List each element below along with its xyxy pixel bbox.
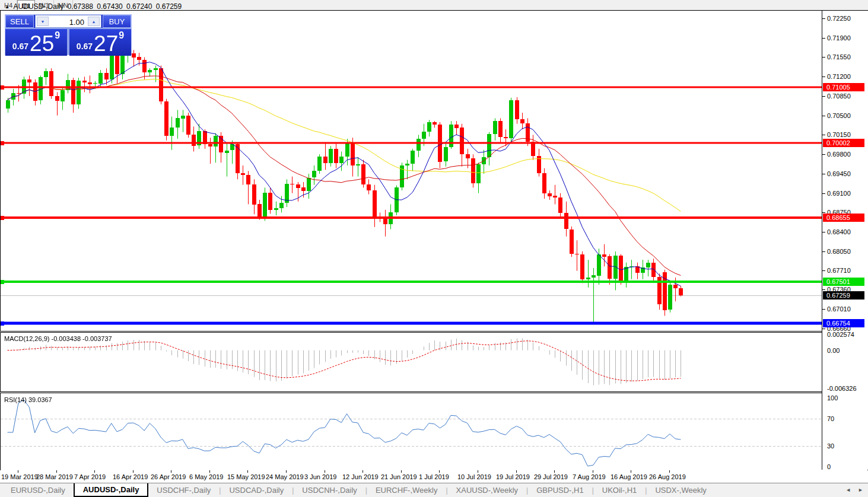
date-label: 16 Apr 2019: [113, 473, 148, 480]
date-label: 29 Jul 2019: [534, 473, 568, 480]
buy-button[interactable]: BUY: [103, 15, 131, 28]
ohlc-high: 0.67430: [97, 2, 122, 11]
date-tick-mark: [631, 470, 631, 473]
volume-input[interactable]: [49, 16, 85, 28]
symbol-tab-gbpusd[interactable]: GBPUSD-,H1: [528, 483, 592, 497]
price-tick-label: 0.70150: [827, 131, 851, 138]
rsi-indicator-chart[interactable]: [1, 393, 822, 470]
symbol-tab-usdcnh[interactable]: USDCNH-,Daily: [294, 483, 365, 497]
date-tick-mark: [363, 470, 363, 473]
sell-price-display[interactable]: 0.67 25 9: [5, 29, 67, 56]
date-label: 15 May 2019: [227, 473, 265, 480]
buy-price-display[interactable]: 0.67 27 9: [69, 29, 131, 56]
ohlc-low: 0.67240: [126, 2, 152, 11]
symbol-tab-ukoil[interactable]: UKOil-,H1: [594, 483, 646, 497]
date-tick-mark: [133, 470, 133, 473]
symbol-tab-eurusd[interactable]: EURUSD-,Daily: [2, 483, 74, 497]
symbol-tab-usdchf[interactable]: USDCHF-,Daily: [148, 483, 219, 497]
price-tick-mark: [822, 77, 825, 77]
macd-axis-label: -0.006326: [827, 385, 857, 392]
rsi-axis-label: 70: [827, 415, 834, 422]
price-level-chip: 0.71005: [823, 83, 864, 91]
price-tick-label: 0.72250: [827, 15, 851, 22]
price-tick-label: 0.69450: [827, 170, 851, 177]
price-tick-mark: [822, 309, 825, 310]
price-tick-label: 0.71900: [827, 34, 851, 42]
price-tick-mark: [822, 174, 825, 174]
price-tick-label: 0.68050: [827, 248, 851, 255]
price-level-chip: 0.70002: [823, 139, 864, 147]
date-label: 1 Jul 2019: [419, 473, 449, 480]
macd-axis-label: 0.00: [827, 347, 840, 354]
date-label: 26 Apr 2019: [151, 473, 186, 480]
volume-increase-icon[interactable]: ▲: [88, 17, 100, 26]
price-level-chip: 0.68655: [823, 214, 864, 222]
price-tick-label: 0.69100: [827, 190, 851, 197]
date-label: 3 Jun 2019: [304, 473, 336, 480]
price-axis: 0.722500.719000.715500.712000.708500.705…: [822, 11, 868, 470]
main-price-chart[interactable]: [1, 11, 822, 331]
symbol-tab-eurchf[interactable]: EURCHF-,Weekly: [367, 483, 446, 497]
date-label: 21 Jun 2019: [381, 473, 417, 480]
price-tick-label: 0.67710: [827, 267, 851, 274]
price-level-chip: 0.67259: [823, 291, 864, 300]
date-tick-mark: [401, 470, 402, 473]
macd-label: MACD(12,26,9) -0.003438 -0.003737: [4, 335, 112, 342]
price-tick-mark: [822, 154, 825, 155]
date-tick-mark: [56, 470, 57, 473]
date-label: 12 Jun 2019: [342, 473, 379, 480]
price-level-chip: 0.66754: [823, 319, 864, 327]
price-tick-label: 0.70500: [827, 112, 851, 119]
symbol-tab-xauusd[interactable]: XAUUSD-,Weekly: [448, 483, 527, 497]
price-tick-mark: [822, 329, 825, 329]
date-tick-mark: [171, 470, 171, 473]
price-tick-mark: [822, 96, 825, 97]
date-label: 7 Apr 2019: [74, 473, 106, 480]
date-label: 19 Mar 2019: [1, 473, 38, 480]
date-tick-mark: [439, 470, 440, 473]
chart-title: ▲ AUDUSD-,Daily 0.67388 0.67430 0.67240 …: [5, 2, 183, 11]
price-tick-label: 0.67010: [827, 305, 851, 313]
tab-scroll-left-icon[interactable]: ◄: [845, 487, 851, 493]
price-tick-label: 0.71200: [827, 73, 851, 80]
volume-decrease-icon[interactable]: ▼: [37, 17, 49, 26]
trading-terminal: H4D1W1MN 0.722500.719000.715500.712000.7…: [0, 0, 868, 497]
tab-scroll-right-icon[interactable]: ►: [858, 487, 863, 493]
symbol-tab-bar: EURUSD-,DailyAUDUSD-,DailyUSDCHF-,Daily|…: [0, 483, 868, 497]
symbol-tab-usdcad[interactable]: USDCAD-,Daily: [221, 483, 292, 497]
pane-splitter[interactable]: [0, 391, 868, 393]
date-tick-mark: [325, 470, 325, 473]
price-tick-mark: [822, 38, 825, 39]
price-tick-mark: [822, 135, 825, 135]
price-tick-label: 0.71550: [827, 53, 851, 60]
price-tick-mark: [822, 18, 825, 19]
date-tick-mark: [554, 470, 555, 473]
date-axis: 19 Mar 201928 Mar 20197 Apr 201916 Apr 2…: [0, 470, 868, 483]
ohlc-open: 0.67388: [68, 2, 93, 11]
date-label: 26 Aug 2019: [649, 473, 686, 480]
collapse-triangle-icon[interactable]: ▲: [5, 4, 9, 9]
date-label: 28 Mar 2019: [36, 473, 73, 480]
symbol-tab-usdx[interactable]: USDX-,Weekly: [647, 483, 714, 497]
date-label: 7 Aug 2019: [573, 473, 606, 480]
date-tick-mark: [516, 470, 517, 473]
symbol-tab-audusd[interactable]: AUDUSD-,Daily: [74, 483, 149, 497]
price-tick-mark: [822, 232, 825, 232]
price-tick-mark: [822, 57, 825, 58]
date-label: 19 Jul 2019: [496, 473, 530, 480]
pane-splitter[interactable]: [0, 331, 868, 333]
macd-indicator-chart[interactable]: [1, 333, 822, 391]
macd-axis-label: 0.002574: [827, 331, 854, 338]
date-tick-mark: [209, 470, 210, 473]
price-tick-mark: [822, 289, 825, 290]
rsi-axis-label: 30: [827, 442, 834, 450]
rsi-axis-label: 100: [827, 394, 838, 402]
symbol-name: AUDUSD-,Daily: [14, 2, 64, 11]
price-tick-label: 0.68400: [827, 228, 851, 235]
price-tick-mark: [822, 116, 825, 116]
date-label: 6 May 2019: [189, 473, 223, 480]
sell-button[interactable]: SELL: [5, 15, 34, 28]
price-tick-mark: [822, 251, 825, 252]
date-tick-mark: [478, 470, 478, 473]
date-label: 10 Jul 2019: [457, 473, 491, 480]
